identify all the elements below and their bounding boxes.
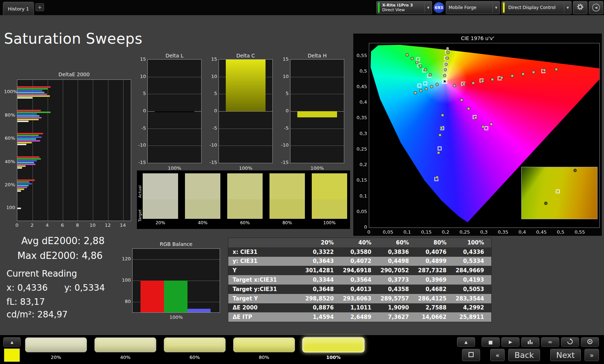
y-tick-label: 40% <box>4 159 15 164</box>
deltae-bar <box>17 188 24 190</box>
target-marker <box>418 83 422 87</box>
white-point-marker <box>442 79 447 84</box>
deltae-bar <box>17 179 35 181</box>
pattern-window-button[interactable] <box>462 349 480 361</box>
next-button[interactable]: Next <box>550 349 581 361</box>
capture-button[interactable] <box>581 337 599 347</box>
patch-button-20[interactable]: 20% <box>25 337 87 360</box>
delta-h-chart: Delta H 151050-5-10-15 100% <box>278 53 345 174</box>
refresh-icon <box>567 338 573 346</box>
chevron-down-icon[interactable]: ▼ <box>424 3 432 13</box>
stop-button[interactable]: ■ <box>482 337 500 347</box>
add-tab-button[interactable]: + <box>35 3 44 11</box>
gridline <box>48 80 48 221</box>
refresh-button[interactable] <box>561 337 579 347</box>
settings-button[interactable] <box>573 1 587 14</box>
deltae-bar <box>17 164 35 165</box>
stop-icon: ■ <box>488 339 493 345</box>
deltae-bar <box>17 183 32 185</box>
display-control-selector[interactable]: Direct Display Control ▼ <box>501 1 571 14</box>
measurement-marker <box>424 68 427 72</box>
expand-patch-list-button[interactable]: ▲ <box>3 337 21 347</box>
patch-swatch <box>25 337 87 352</box>
current-x-reading: x: 0,4336 <box>7 283 48 293</box>
y-tick-label: 100 <box>119 277 131 283</box>
column-header: 100% <box>453 239 491 246</box>
target-color <box>185 199 220 219</box>
gridline <box>133 259 220 260</box>
measurement-table: 20%40%60%80%100%x: CIE310,33220,35800,38… <box>228 238 491 322</box>
table-value: 0,4498 <box>378 258 415 264</box>
chart-title: CIE 1976 u'v' <box>353 35 602 41</box>
y-tick-label: 120 <box>119 256 131 261</box>
y-tick-label: 5 <box>206 91 217 96</box>
back-chevrons-button[interactable]: « <box>490 349 505 361</box>
column-header: 20% <box>303 239 340 246</box>
gridline <box>219 111 272 112</box>
table-value: 0,4336 <box>453 249 491 255</box>
patch-button-80[interactable]: 80% <box>233 337 295 360</box>
deltae-bar <box>17 94 47 95</box>
y-tick-label: 20% <box>4 182 15 187</box>
patch-swatch <box>164 337 226 352</box>
chevron-down-icon[interactable]: ▼ <box>564 3 571 13</box>
y-tick-label: 0,2 <box>353 162 367 167</box>
double-chevron-right-icon: » <box>590 351 594 359</box>
swatch-color <box>185 173 220 219</box>
gridline <box>78 80 78 221</box>
back-button[interactable]: Back <box>508 349 540 361</box>
table-row: Target Y298,8520293,6063289,5757286,4125… <box>228 294 491 303</box>
saturation-swatch-column: 60% <box>227 173 263 225</box>
measurement-marker <box>439 134 442 137</box>
continuous-measure-button[interactable]: ∞ <box>541 337 559 347</box>
table-value: 0,3564 <box>340 277 378 283</box>
patch-button-60[interactable]: 60% <box>164 337 226 360</box>
levels-button[interactable] <box>521 337 539 347</box>
page-title: Saturation Sweeps <box>4 30 142 47</box>
y-tick-label: 10 <box>206 74 217 79</box>
chart-title: DeltaE 2000 <box>17 72 131 77</box>
topbar-controls: X-Rite i1Pro 3 Direct View ▼ 693 Mobile … <box>376 1 603 14</box>
next-chevrons-button[interactable]: » <box>584 349 599 361</box>
swatch-label: 60% <box>227 220 263 225</box>
table-value: 1,1011 <box>340 304 378 311</box>
chevron-down-icon[interactable]: ▼ <box>492 3 500 13</box>
table-value: 0,3643 <box>303 258 340 264</box>
table-value: 283,3544 <box>453 295 491 302</box>
patch-label: 100% <box>302 355 364 360</box>
patch-button-40[interactable]: 40% <box>94 337 156 360</box>
chart-title: RGB Balance <box>132 241 220 247</box>
y-tick-label: 80 <box>119 299 131 304</box>
play-button[interactable]: ▶ <box>501 337 519 347</box>
gridline <box>63 80 63 221</box>
measurement-marker <box>406 53 409 56</box>
delta-bar <box>297 111 337 117</box>
actual-target-swatch-panel: Actual Target 20%40%60%80%100% <box>137 170 350 229</box>
display-control-label: Direct Display Control <box>506 5 558 10</box>
measurement-marker <box>521 72 525 75</box>
measurement-marker <box>543 69 546 72</box>
y-tick-label: -5 <box>278 125 289 131</box>
patch-button-100[interactable]: 100% <box>302 337 364 360</box>
table-value: 0,3322 <box>303 249 340 255</box>
target-row-label: Target <box>138 199 142 222</box>
table-value: 7,3627 <box>378 314 415 320</box>
table-header-row: 20%40%60%80%100% <box>228 238 491 247</box>
measurement-count-badge[interactable]: 693 <box>433 2 444 13</box>
patch-swatch <box>233 337 295 352</box>
y-tick-label: 0,5 <box>353 68 367 74</box>
expand-controls-button[interactable]: ▲ <box>457 337 475 347</box>
y-tick-label: -10 <box>206 142 217 148</box>
table-row: x: CIE310,33220,35800,38360,40760,4336 <box>228 247 491 257</box>
current-patch-swatch[interactable] <box>4 348 20 362</box>
x-axis-label: 100% <box>290 165 344 171</box>
tab-history-1[interactable]: History 1 <box>3 2 34 15</box>
red-bar <box>141 281 164 312</box>
meter-selector[interactable]: X-Rite i1Pro 3 Direct View ▼ <box>376 1 432 14</box>
x-tick-label: 14 <box>117 222 128 228</box>
source-selector[interactable]: Mobile Forge ▼ <box>446 1 500 14</box>
table-value: 0,5053 <box>453 286 491 292</box>
table-value: 0,3648 <box>303 286 340 292</box>
collapse-panel-button[interactable]: ◀ <box>589 1 603 14</box>
table-value: 4,2992 <box>453 304 491 311</box>
